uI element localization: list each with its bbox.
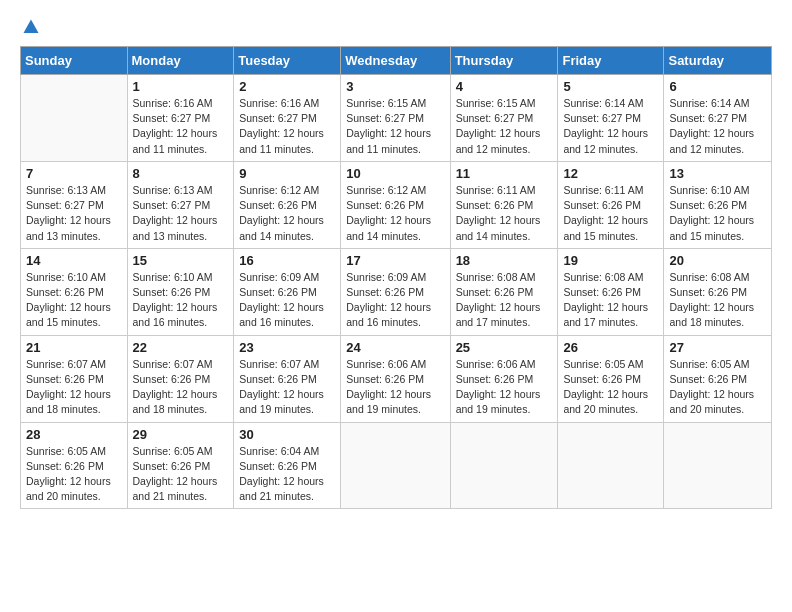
day-info: Sunrise: 6:05 AMSunset: 6:26 PMDaylight:… (563, 357, 658, 418)
day-info: Sunrise: 6:07 AMSunset: 6:26 PMDaylight:… (239, 357, 335, 418)
day-number: 16 (239, 253, 335, 268)
calendar-week-row: 14Sunrise: 6:10 AMSunset: 6:26 PMDayligh… (21, 248, 772, 335)
day-number: 10 (346, 166, 444, 181)
day-number: 1 (133, 79, 229, 94)
calendar-header-row: SundayMondayTuesdayWednesdayThursdayFrid… (21, 47, 772, 75)
day-number: 4 (456, 79, 553, 94)
svg-marker-0 (24, 20, 39, 34)
day-number: 5 (563, 79, 658, 94)
calendar-cell: 11Sunrise: 6:11 AMSunset: 6:26 PMDayligh… (450, 161, 558, 248)
calendar-cell: 3Sunrise: 6:15 AMSunset: 6:27 PMDaylight… (341, 75, 450, 162)
calendar-header-saturday: Saturday (664, 47, 772, 75)
calendar-cell: 14Sunrise: 6:10 AMSunset: 6:26 PMDayligh… (21, 248, 128, 335)
day-info: Sunrise: 6:07 AMSunset: 6:26 PMDaylight:… (26, 357, 122, 418)
day-number: 14 (26, 253, 122, 268)
calendar-cell: 28Sunrise: 6:05 AMSunset: 6:26 PMDayligh… (21, 422, 128, 509)
calendar-cell: 13Sunrise: 6:10 AMSunset: 6:26 PMDayligh… (664, 161, 772, 248)
day-info: Sunrise: 6:09 AMSunset: 6:26 PMDaylight:… (346, 270, 444, 331)
calendar-cell (664, 422, 772, 509)
day-info: Sunrise: 6:05 AMSunset: 6:26 PMDaylight:… (669, 357, 766, 418)
day-number: 7 (26, 166, 122, 181)
calendar-cell (558, 422, 664, 509)
calendar-header-monday: Monday (127, 47, 234, 75)
calendar-cell: 19Sunrise: 6:08 AMSunset: 6:26 PMDayligh… (558, 248, 664, 335)
day-info: Sunrise: 6:12 AMSunset: 6:26 PMDaylight:… (346, 183, 444, 244)
logo (20, 18, 40, 36)
calendar-header-friday: Friday (558, 47, 664, 75)
calendar-cell: 7Sunrise: 6:13 AMSunset: 6:27 PMDaylight… (21, 161, 128, 248)
calendar-week-row: 7Sunrise: 6:13 AMSunset: 6:27 PMDaylight… (21, 161, 772, 248)
calendar-week-row: 1Sunrise: 6:16 AMSunset: 6:27 PMDaylight… (21, 75, 772, 162)
day-number: 2 (239, 79, 335, 94)
day-info: Sunrise: 6:05 AMSunset: 6:26 PMDaylight:… (26, 444, 122, 505)
day-info: Sunrise: 6:10 AMSunset: 6:26 PMDaylight:… (26, 270, 122, 331)
day-number: 6 (669, 79, 766, 94)
calendar-cell: 29Sunrise: 6:05 AMSunset: 6:26 PMDayligh… (127, 422, 234, 509)
day-number: 17 (346, 253, 444, 268)
day-info: Sunrise: 6:08 AMSunset: 6:26 PMDaylight:… (669, 270, 766, 331)
day-number: 28 (26, 427, 122, 442)
calendar-header-sunday: Sunday (21, 47, 128, 75)
calendar-cell (341, 422, 450, 509)
day-info: Sunrise: 6:10 AMSunset: 6:26 PMDaylight:… (133, 270, 229, 331)
day-info: Sunrise: 6:09 AMSunset: 6:26 PMDaylight:… (239, 270, 335, 331)
calendar-cell: 10Sunrise: 6:12 AMSunset: 6:26 PMDayligh… (341, 161, 450, 248)
day-info: Sunrise: 6:12 AMSunset: 6:26 PMDaylight:… (239, 183, 335, 244)
calendar-cell: 24Sunrise: 6:06 AMSunset: 6:26 PMDayligh… (341, 335, 450, 422)
day-number: 3 (346, 79, 444, 94)
calendar-cell: 5Sunrise: 6:14 AMSunset: 6:27 PMDaylight… (558, 75, 664, 162)
day-number: 27 (669, 340, 766, 355)
day-number: 9 (239, 166, 335, 181)
day-number: 21 (26, 340, 122, 355)
day-info: Sunrise: 6:08 AMSunset: 6:26 PMDaylight:… (563, 270, 658, 331)
calendar-cell: 1Sunrise: 6:16 AMSunset: 6:27 PMDaylight… (127, 75, 234, 162)
calendar-cell: 18Sunrise: 6:08 AMSunset: 6:26 PMDayligh… (450, 248, 558, 335)
calendar-week-row: 21Sunrise: 6:07 AMSunset: 6:26 PMDayligh… (21, 335, 772, 422)
page: SundayMondayTuesdayWednesdayThursdayFrid… (0, 0, 792, 612)
day-info: Sunrise: 6:15 AMSunset: 6:27 PMDaylight:… (346, 96, 444, 157)
calendar-header-wednesday: Wednesday (341, 47, 450, 75)
calendar-cell: 6Sunrise: 6:14 AMSunset: 6:27 PMDaylight… (664, 75, 772, 162)
day-info: Sunrise: 6:16 AMSunset: 6:27 PMDaylight:… (239, 96, 335, 157)
day-info: Sunrise: 6:07 AMSunset: 6:26 PMDaylight:… (133, 357, 229, 418)
day-info: Sunrise: 6:11 AMSunset: 6:26 PMDaylight:… (456, 183, 553, 244)
calendar-cell: 9Sunrise: 6:12 AMSunset: 6:26 PMDaylight… (234, 161, 341, 248)
day-info: Sunrise: 6:05 AMSunset: 6:26 PMDaylight:… (133, 444, 229, 505)
calendar-header-thursday: Thursday (450, 47, 558, 75)
day-number: 11 (456, 166, 553, 181)
day-number: 24 (346, 340, 444, 355)
calendar-cell: 26Sunrise: 6:05 AMSunset: 6:26 PMDayligh… (558, 335, 664, 422)
day-number: 19 (563, 253, 658, 268)
day-info: Sunrise: 6:14 AMSunset: 6:27 PMDaylight:… (669, 96, 766, 157)
day-info: Sunrise: 6:15 AMSunset: 6:27 PMDaylight:… (456, 96, 553, 157)
day-info: Sunrise: 6:06 AMSunset: 6:26 PMDaylight:… (456, 357, 553, 418)
calendar-cell: 17Sunrise: 6:09 AMSunset: 6:26 PMDayligh… (341, 248, 450, 335)
day-number: 22 (133, 340, 229, 355)
calendar-cell: 25Sunrise: 6:06 AMSunset: 6:26 PMDayligh… (450, 335, 558, 422)
day-number: 25 (456, 340, 553, 355)
day-number: 29 (133, 427, 229, 442)
calendar-table: SundayMondayTuesdayWednesdayThursdayFrid… (20, 46, 772, 509)
day-number: 18 (456, 253, 553, 268)
logo-icon (22, 18, 40, 36)
day-info: Sunrise: 6:13 AMSunset: 6:27 PMDaylight:… (133, 183, 229, 244)
header (20, 18, 772, 36)
calendar-cell (21, 75, 128, 162)
calendar-cell (450, 422, 558, 509)
calendar-cell: 22Sunrise: 6:07 AMSunset: 6:26 PMDayligh… (127, 335, 234, 422)
calendar-cell: 16Sunrise: 6:09 AMSunset: 6:26 PMDayligh… (234, 248, 341, 335)
calendar-cell: 27Sunrise: 6:05 AMSunset: 6:26 PMDayligh… (664, 335, 772, 422)
day-info: Sunrise: 6:10 AMSunset: 6:26 PMDaylight:… (669, 183, 766, 244)
day-number: 12 (563, 166, 658, 181)
day-info: Sunrise: 6:11 AMSunset: 6:26 PMDaylight:… (563, 183, 658, 244)
day-info: Sunrise: 6:16 AMSunset: 6:27 PMDaylight:… (133, 96, 229, 157)
day-number: 26 (563, 340, 658, 355)
day-info: Sunrise: 6:06 AMSunset: 6:26 PMDaylight:… (346, 357, 444, 418)
day-number: 15 (133, 253, 229, 268)
day-number: 20 (669, 253, 766, 268)
day-info: Sunrise: 6:08 AMSunset: 6:26 PMDaylight:… (456, 270, 553, 331)
calendar-cell: 30Sunrise: 6:04 AMSunset: 6:26 PMDayligh… (234, 422, 341, 509)
calendar-header-tuesday: Tuesday (234, 47, 341, 75)
day-number: 13 (669, 166, 766, 181)
calendar-cell: 23Sunrise: 6:07 AMSunset: 6:26 PMDayligh… (234, 335, 341, 422)
